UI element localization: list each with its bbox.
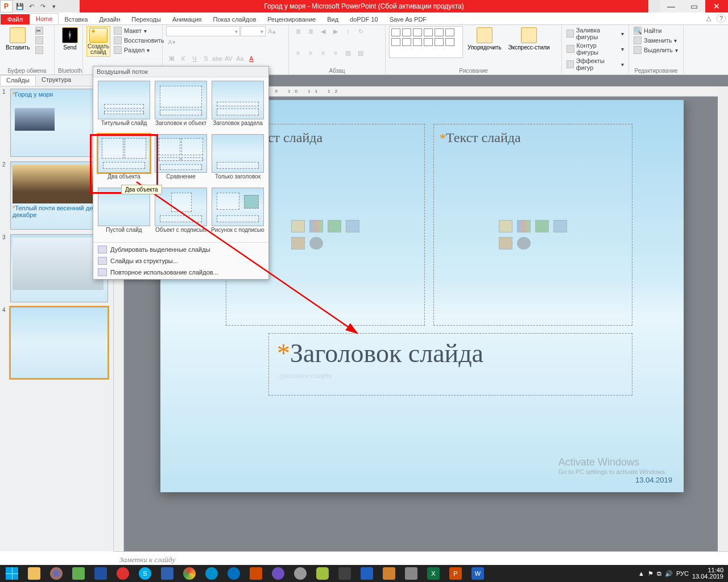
- quick-styles-button[interactable]: Экспресс-стили: [506, 26, 552, 52]
- qat-more-icon[interactable]: ▾: [49, 1, 59, 11]
- pane-tab-outline[interactable]: Структура: [36, 75, 77, 86]
- help-icon[interactable]: ?: [717, 14, 726, 23]
- taskbar-app1[interactable]: [90, 566, 111, 581]
- taskbar-store[interactable]: [68, 566, 89, 581]
- columns-icon[interactable]: ▥: [342, 48, 354, 58]
- shapes-gallery[interactable]: [389, 26, 463, 58]
- taskbar-app6[interactable]: [334, 566, 355, 581]
- select-button[interactable]: Выделить ▾: [632, 45, 680, 55]
- smartart-icon[interactable]: [328, 220, 341, 232]
- layout-title-only[interactable]: Только заголовок: [210, 134, 265, 185]
- chart-icon[interactable]: [517, 220, 531, 232]
- tab-animation[interactable]: Анимация: [167, 14, 208, 24]
- taskbar-powerpoint[interactable]: P: [445, 566, 466, 581]
- shape-effects-button[interactable]: Эффекты фигур ▾: [565, 57, 625, 72]
- tab-design[interactable]: Дизайн: [93, 14, 126, 24]
- tray-language[interactable]: РУС: [676, 570, 689, 577]
- taskbar-viber[interactable]: [267, 566, 289, 581]
- table-icon[interactable]: [291, 220, 305, 232]
- taskbar-vbox[interactable]: [156, 566, 178, 581]
- grow-font-icon[interactable]: A▴: [266, 26, 278, 36]
- shadow-icon[interactable]: abe: [212, 53, 223, 64]
- arrange-button[interactable]: Упорядочить: [465, 26, 504, 52]
- cut-button[interactable]: ✂: [34, 26, 44, 35]
- shrink-font-icon[interactable]: A▾: [166, 37, 177, 47]
- format-painter-button[interactable]: [34, 45, 44, 55]
- taskbar-app8[interactable]: [378, 566, 400, 581]
- taskbar-teamviewer[interactable]: [223, 566, 245, 581]
- taskbar-word[interactable]: W: [467, 566, 489, 581]
- indent-icon[interactable]: ▶: [330, 26, 341, 36]
- tray-volume-icon[interactable]: 🔊: [665, 570, 673, 577]
- case-icon[interactable]: Aa: [234, 53, 246, 64]
- ribbon-minimize-icon[interactable]: △: [706, 15, 711, 22]
- shape-fill-button[interactable]: Заливка фигуры ▾: [565, 26, 625, 41]
- bullets-icon[interactable]: ≣: [292, 26, 304, 36]
- italic-icon[interactable]: К: [177, 53, 189, 64]
- layout-two-content[interactable]: Два объекта: [97, 134, 151, 185]
- underline-icon[interactable]: Ч: [189, 53, 200, 64]
- paste-button[interactable]: Вставить: [3, 26, 32, 52]
- taskbar-app5[interactable]: [312, 566, 333, 581]
- layout-button[interactable]: Макет ▾: [113, 26, 165, 35]
- bluetooth-send-button[interactable]: ᚼ Send: [58, 26, 82, 52]
- duplicate-slides-menu[interactable]: Дублировать выделенные слайды: [93, 244, 268, 255]
- line-spacing-icon[interactable]: ↕: [342, 26, 354, 36]
- font-family-combo[interactable]: ▾: [166, 26, 240, 36]
- strike-icon[interactable]: S: [200, 53, 212, 64]
- font-color-icon[interactable]: A: [246, 53, 257, 64]
- numbering-icon[interactable]: ≣: [305, 26, 316, 36]
- taskbar-app4[interactable]: [289, 566, 311, 581]
- tab-saveaspdf[interactable]: Save As PDF: [384, 14, 432, 24]
- media-icon[interactable]: [309, 237, 323, 250]
- content-placeholder-right[interactable]: *Текст слайда: [433, 124, 632, 326]
- taskbar-chrome[interactable]: [179, 566, 200, 581]
- layout-picture-caption[interactable]: Рисунок с подписью: [210, 188, 265, 239]
- pane-tab-slides[interactable]: Слайды: [0, 75, 36, 86]
- reset-button[interactable]: Восстановить: [113, 36, 165, 45]
- taskbar-firefox[interactable]: [46, 566, 67, 581]
- copy-button[interactable]: [34, 36, 44, 45]
- bold-icon[interactable]: Ж: [166, 53, 177, 64]
- tab-home[interactable]: Home: [30, 13, 59, 24]
- shape-outline-button[interactable]: Контур фигуры ▾: [565, 41, 625, 56]
- vertical-scrollbar[interactable]: [718, 86, 728, 551]
- justify-icon[interactable]: ≡: [330, 48, 341, 58]
- redo-icon[interactable]: ↷: [38, 1, 48, 11]
- tab-view[interactable]: Вид: [321, 14, 344, 24]
- picture-icon[interactable]: [553, 220, 567, 232]
- layout-blank[interactable]: Пустой слайд: [97, 188, 151, 239]
- close-button[interactable]: ✕: [705, 0, 728, 13]
- file-tab[interactable]: Файл: [1, 14, 30, 24]
- layout-title-content[interactable]: Заголовок и объект: [154, 81, 208, 132]
- smartart-icon[interactable]: ▧: [355, 48, 366, 58]
- save-icon[interactable]: 💾: [15, 1, 25, 11]
- picture-icon[interactable]: [346, 220, 359, 232]
- tab-slideshow[interactable]: Показ слайдов: [208, 14, 262, 24]
- undo-icon[interactable]: ↶: [26, 1, 36, 11]
- tab-review[interactable]: Рецензирование: [262, 14, 321, 24]
- tray-up-icon[interactable]: ▲: [638, 570, 644, 577]
- minimize-button[interactable]: —: [660, 0, 682, 13]
- chart-icon[interactable]: [309, 220, 323, 232]
- find-button[interactable]: 🔍Найти: [632, 26, 680, 35]
- clipart-icon[interactable]: [291, 237, 305, 250]
- align-right-icon[interactable]: ≡: [317, 48, 329, 58]
- taskbar-app2[interactable]: [201, 566, 222, 581]
- media-icon[interactable]: [517, 237, 531, 250]
- text-direction-icon[interactable]: ↻: [355, 26, 366, 36]
- tab-transitions[interactable]: Переходы: [126, 14, 167, 24]
- layout-content-caption[interactable]: Объект с подписью: [154, 188, 208, 239]
- taskbar-app7[interactable]: [356, 566, 378, 581]
- taskbar-app9[interactable]: [400, 566, 422, 581]
- replace-button[interactable]: Заменить ▾: [632, 36, 680, 45]
- align-left-icon[interactable]: ≡: [292, 48, 304, 58]
- spacing-icon[interactable]: AV: [223, 53, 234, 64]
- tab-dopdf[interactable]: doPDF 10: [344, 14, 384, 24]
- layout-title-slide[interactable]: Титульный слайд: [97, 81, 151, 132]
- new-slide-button[interactable]: Создать слайд: [86, 26, 110, 57]
- smartart-icon[interactable]: [535, 220, 549, 232]
- thumbnail-4[interactable]: 4: [2, 307, 111, 379]
- start-button[interactable]: [1, 566, 23, 581]
- table-icon[interactable]: [499, 220, 512, 232]
